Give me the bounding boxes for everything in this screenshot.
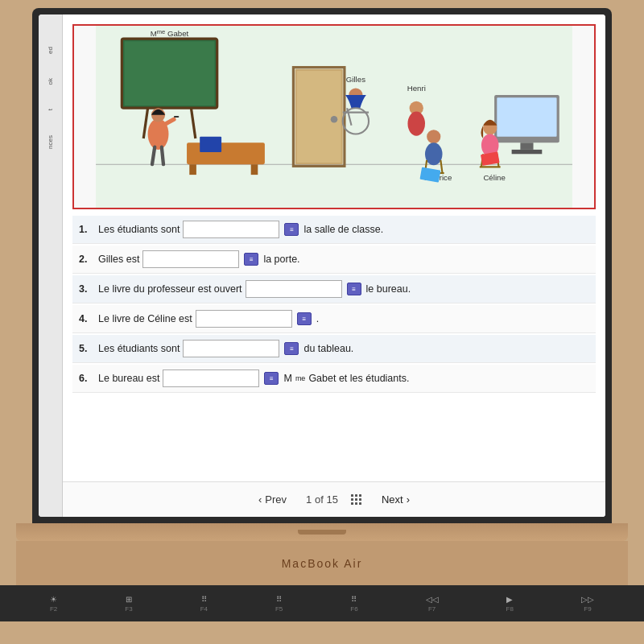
q4-after: .: [316, 313, 319, 324]
mission-control-icon: ⊞: [126, 595, 132, 604]
q6-icon: [264, 372, 279, 385]
illustration-area: Mme Gabet: [72, 24, 596, 209]
f9-label: F9: [584, 605, 591, 613]
fn-key-f3: ⊞ F3: [125, 595, 132, 613]
screen-inner: ed ok t nces: [39, 14, 605, 517]
question-number-2: 2.: [79, 254, 93, 265]
svg-rect-15: [189, 164, 196, 175]
q5-input[interactable]: [183, 340, 279, 357]
svg-text:Mme Gabet: Mme Gabet: [151, 28, 189, 38]
sidebar-item-ok[interactable]: ok: [47, 78, 54, 85]
question-row-4: 4. Le livre de Céline est .: [72, 305, 596, 333]
question-number-5: 5.: [79, 343, 93, 354]
question-row-5: 5. Les étudiants sont du tableau.: [72, 335, 596, 363]
rewind-icon: ◁◁: [426, 595, 439, 604]
svg-point-33: [407, 112, 425, 136]
grid-dot: [351, 494, 353, 497]
classroom-illustration: Mme Gabet: [74, 26, 594, 208]
q4-icon: [297, 312, 312, 325]
q3-before: Le livre du professeur est ouvert: [98, 283, 242, 295]
f6-label: F6: [350, 605, 357, 613]
nav-bar: ‹ Prev 1 of 15: [63, 481, 605, 517]
prev-chevron-icon: ‹: [258, 493, 262, 506]
fn-key-f9: ▷▷ F9: [581, 595, 594, 613]
question-number-6: 6.: [79, 373, 93, 384]
questions-area: 1. Les étudiants sont la salle de classe…: [63, 216, 605, 481]
q1-icon: [284, 223, 299, 236]
page-separator: of: [315, 493, 326, 506]
question-number-1: 1.: [79, 224, 93, 235]
fastforward-icon: ▷▷: [581, 595, 594, 604]
q4-before: Le livre de Céline est: [98, 313, 192, 324]
q3-input[interactable]: [246, 280, 342, 298]
laptop-screen: ed ok t nces: [32, 8, 612, 523]
sidebar-item-ed[interactable]: ed: [47, 47, 54, 54]
macbook-area: MacBook Air: [16, 541, 628, 585]
next-label: Next: [382, 493, 403, 506]
q5-after: du tableau.: [303, 343, 353, 354]
f4-label: F4: [200, 605, 208, 613]
q4-input[interactable]: [196, 310, 292, 328]
q3-after: le bureau.: [366, 283, 411, 295]
q5-before: Les étudiants sont: [98, 343, 180, 354]
f2-label: F2: [50, 605, 57, 613]
fn-key-f7: ◁◁ F7: [426, 595, 439, 613]
page-indicator: 1 of 15: [306, 493, 338, 506]
svg-text:Gilles: Gilles: [346, 75, 365, 84]
grid-icon[interactable]: [351, 494, 362, 506]
sidebar-item-nces[interactable]: nces: [47, 135, 54, 149]
fn-key-f8: ▶ F8: [506, 595, 514, 613]
question-row-6: 6. Le bureau est MmeGabet et les étudian…: [72, 365, 596, 393]
f7-label: F7: [428, 605, 436, 613]
question-number-4: 4.: [79, 313, 93, 324]
q5-icon: [284, 342, 299, 355]
svg-rect-11: [174, 116, 179, 118]
q2-before: Gilles est: [98, 254, 139, 265]
q3-icon: [347, 283, 361, 295]
q1-input[interactable]: [183, 221, 279, 238]
q6-input[interactable]: [163, 369, 259, 387]
grid-dot: [355, 502, 357, 505]
svg-point-35: [427, 130, 440, 143]
keyboard-backlight-icon: ⠿: [276, 595, 282, 604]
fn-key-f4: ⠿ F4: [200, 595, 208, 613]
page-total: 15: [326, 493, 337, 506]
grid-dot: [359, 494, 361, 497]
q6-before: Le bureau est: [98, 373, 159, 384]
play-pause-icon: ▶: [506, 595, 513, 604]
svg-rect-31: [512, 150, 543, 154]
svg-point-36: [425, 142, 443, 165]
grid-dot: [351, 502, 353, 505]
fn-key-f5: ⠿ F5: [275, 595, 283, 613]
question-text-2: Gilles est la porte.: [98, 250, 300, 268]
q6-after-m: M: [283, 373, 291, 384]
svg-text:Céline: Céline: [483, 173, 505, 182]
svg-rect-30: [520, 142, 533, 150]
grid-dot: [355, 494, 357, 497]
keyboard-icon: ⠿: [351, 595, 357, 604]
question-text-4: Le livre de Céline est .: [98, 310, 319, 328]
prev-button[interactable]: ‹ Prev: [252, 490, 293, 509]
svg-text:Henri: Henri: [407, 84, 426, 93]
q2-input[interactable]: [142, 250, 239, 268]
fn-key-f2: ☀ F2: [50, 595, 57, 613]
macbook-label: MacBook Air: [282, 557, 363, 570]
question-text-1: Les étudiants sont la salle de classe.: [98, 221, 383, 238]
q6-superscript: me: [295, 374, 306, 382]
main-content: Mme Gabet: [63, 14, 605, 517]
sidebar-item-t[interactable]: t: [47, 109, 54, 110]
svg-rect-16: [251, 164, 258, 175]
q6-after2: Gabet et les étudiants.: [308, 373, 409, 384]
prev-label: Prev: [265, 493, 287, 506]
grid-dot: [359, 502, 361, 505]
next-button[interactable]: Next ›: [375, 490, 416, 509]
svg-line-13: [162, 147, 163, 165]
grid-dot: [355, 498, 357, 501]
brightness-icon: ☀: [50, 595, 57, 604]
question-text-5: Les étudiants sont du tableau.: [98, 340, 353, 357]
f3-label: F3: [125, 605, 132, 613]
page-current: 1: [306, 493, 312, 506]
svg-rect-29: [497, 97, 556, 136]
q1-before: Les étudiants sont: [98, 224, 180, 235]
svg-point-20: [331, 116, 338, 123]
